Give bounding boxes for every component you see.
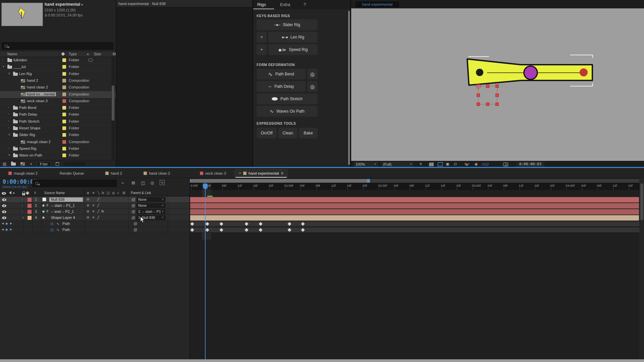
project-scrollbar[interactable] [111, 57, 115, 160]
label-swatch[interactable] [62, 106, 66, 110]
project-item-name[interactable]: Slider Rig [19, 133, 35, 137]
mask-visibility-icon[interactable]: ▣ [446, 162, 449, 166]
project-row[interactable]: ›Speed RigFolder [0, 145, 116, 152]
viewer-tab[interactable]: hand experimental [356, 1, 399, 7]
column-name[interactable]: Name [7, 52, 17, 56]
property-name[interactable]: Path [62, 222, 70, 226]
parent-dropdown[interactable]: None [136, 203, 166, 208]
project-item-name[interactable]: hand 2 [27, 78, 38, 82]
column-type[interactable]: Type [69, 52, 77, 56]
speed-rig-button[interactable]: ◆≫ Speed Rig [268, 44, 318, 55]
layer-name[interactable]: -- start -- P1_1 [51, 203, 75, 207]
timeline-tab[interactable]: neck clean 3 [195, 169, 231, 178]
expander-icon[interactable]: › [8, 146, 9, 150]
layer-visibility-icon[interactable] [2, 217, 6, 219]
expander-icon[interactable]: ∨ [8, 133, 10, 136]
tab-menu-icon[interactable]: ≡ [281, 171, 283, 176]
tab-label[interactable]: neck clean 3 [205, 171, 226, 175]
region-of-interest-icon[interactable] [437, 162, 443, 166]
new-composition-icon[interactable] [20, 162, 25, 166]
label-swatch[interactable] [62, 113, 66, 116]
label-swatch[interactable] [62, 93, 66, 96]
composition-viewport[interactable] [351, 8, 644, 161]
expander-icon[interactable]: › [8, 126, 9, 129]
path-bend-target-button[interactable]: ◎ [307, 69, 318, 79]
tab-rigs[interactable]: Rigs [257, 2, 266, 7]
expand-layer-icon[interactable]: › [22, 204, 23, 207]
resolution-dropdown[interactable]: (Full)∨ [381, 162, 414, 167]
layer-name[interactable]: -- end -- P2_1 [51, 209, 74, 214]
expander-icon[interactable]: ∨ [8, 72, 10, 75]
layer-duration-bar[interactable] [190, 203, 639, 208]
project-row[interactable]: ›Path DelayFolder [0, 111, 116, 118]
close-tab-icon[interactable]: × [239, 171, 241, 176]
expander-icon[interactable]: › [2, 58, 3, 61]
label-swatch[interactable] [62, 99, 66, 103]
layer-name[interactable]: Shape Layer 4 [51, 216, 75, 220]
tab-extra[interactable]: Extra [280, 2, 290, 7]
layer-visibility-icon[interactable] [2, 210, 6, 213]
label-swatch[interactable] [62, 120, 66, 123]
new-folder-icon[interactable] [11, 163, 16, 166]
next-keyframe-icon[interactable]: ▶ [10, 222, 12, 225]
quality-switch[interactable]: ╱ [97, 209, 99, 213]
viewer-timecode[interactable]: 0:00:00:03 [516, 162, 544, 167]
previous-keyframe-icon[interactable]: ◀ [2, 228, 4, 231]
layer-row[interactable]: ∨4★Shape Layer 4⊚☀╱@1. Null 838∨ [0, 215, 190, 221]
stopwatch-icon[interactable]: ◷ [50, 228, 54, 232]
keyframe-indicator-icon[interactable]: ◆ [5, 228, 8, 231]
work-area-end-handle[interactable] [367, 179, 370, 183]
work-area-start-handle[interactable] [190, 179, 191, 183]
label-swatch[interactable] [62, 154, 66, 157]
project-row[interactable]: ∨Wave on PathFolder [0, 152, 116, 159]
project-item-name[interactable]: Path Stretch [19, 119, 40, 123]
shy-switch[interactable]: ⊚ [87, 209, 89, 213]
layer-duration-bar[interactable] [190, 209, 639, 215]
shy-switch[interactable]: ⊚ [87, 203, 89, 207]
label-swatch[interactable] [62, 85, 66, 89]
project-row[interactable]: ∨Slider RigFolder [0, 132, 116, 138]
project-row[interactable]: maugli clean 2Composition [0, 139, 116, 145]
project-item-name[interactable]: Reset Shape [19, 126, 41, 130]
column-media[interactable]: M [113, 52, 116, 56]
rigs-scrollbar[interactable] [348, 11, 350, 165]
exposure-icon[interactable]: ◉ [475, 162, 478, 166]
project-item-name[interactable]: Wave on Path [19, 153, 42, 157]
shy-switch[interactable]: ⊚ [87, 197, 89, 201]
expander-icon[interactable]: ∨ [2, 65, 5, 68]
path-bend-button[interactable]: ∿ Path Bend [257, 69, 306, 79]
project-item-name[interactable]: fullvideo [13, 58, 27, 62]
property-row[interactable]: ◀◆▶◷∿Path@ [0, 221, 190, 227]
label-swatch[interactable] [62, 140, 66, 144]
delete-icon[interactable] [56, 162, 59, 166]
expander-icon[interactable]: › [8, 106, 9, 109]
view-layout-icon[interactable]: ⊡ [454, 162, 457, 166]
fx-switch[interactable]: fx [101, 209, 104, 213]
expander-icon[interactable]: ∨ [8, 153, 10, 157]
project-row[interactable]: hand 2Composition [0, 77, 116, 84]
expander-icon[interactable]: › [8, 112, 9, 116]
shy-switch[interactable]: ⊚ [87, 216, 89, 219]
layer-visibility-icon[interactable] [2, 198, 6, 201]
project-item-name[interactable]: Path Delay [19, 112, 37, 116]
fast-preview-icon[interactable]: ↯ [419, 162, 422, 166]
layer-row[interactable]: ›1Null 838⊚╱@None∨ [0, 197, 190, 203]
layer-duration-bar[interactable] [190, 215, 639, 221]
keyframe-indicator-icon[interactable]: ◆ [5, 222, 8, 225]
len-rig-button[interactable]: ●–● Len Rig [268, 32, 318, 43]
tab-label[interactable]: hand experimental [249, 171, 279, 175]
project-comp-title[interactable]: hand experimental [45, 2, 80, 7]
timeline-pane-divider[interactable] [190, 178, 190, 359]
parent-dropdown[interactable]: None [136, 197, 166, 202]
path-delay-target-button[interactable]: ◎ [307, 81, 318, 92]
exposure-value[interactable]: +0,0 [481, 162, 489, 166]
layer-label-swatch[interactable] [28, 198, 32, 202]
color-depth-button[interactable]: 8 bpc [37, 162, 51, 167]
chevron-down-icon[interactable]: ▾ [81, 3, 83, 6]
layer-label-swatch[interactable] [28, 204, 32, 208]
project-item-name[interactable]: ____tut [13, 65, 26, 69]
speed-rig-add-button[interactable]: + [257, 44, 267, 55]
label-swatch[interactable] [62, 72, 66, 76]
channel-icon[interactable] [465, 163, 471, 166]
project-row[interactable]: ›Path BendFolder [0, 105, 116, 111]
